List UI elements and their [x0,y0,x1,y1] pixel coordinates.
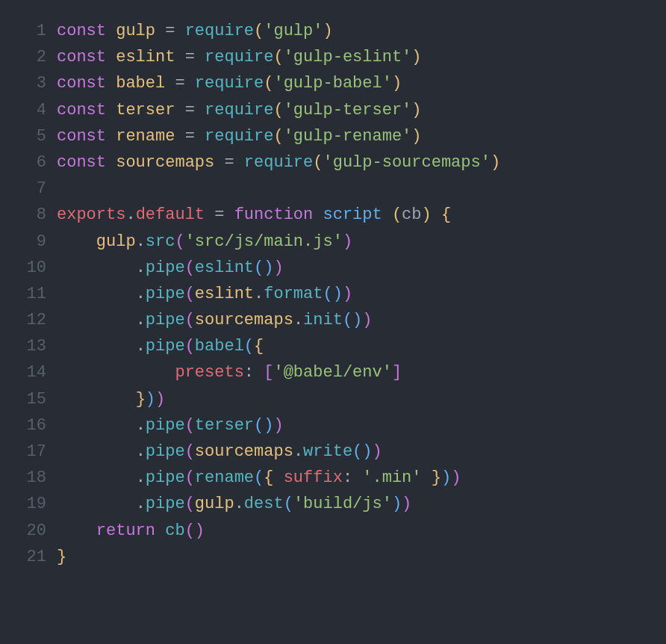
code-line: 11 .pipe(eslint.format()) [15,281,651,307]
code-line: 6const sourcemaps = require('gulp-source… [15,149,651,176]
line-number: 11 [15,281,57,307]
line-number: 7 [15,176,57,202]
line-number: 8 [15,202,57,228]
line-number: 2 [15,44,57,70]
code-content: .pipe(sourcemaps.init()) [57,307,651,333]
code-content: const sourcemaps = require('gulp-sourcem… [57,149,651,176]
line-number: 5 [15,123,57,149]
code-line: 15 })) [15,386,651,412]
line-number: 6 [15,149,57,176]
line-number: 19 [15,491,57,517]
line-number: 9 [15,229,57,255]
code-content: const eslint = require('gulp-eslint') [57,44,651,70]
code-line: 8exports.default = function script (cb) … [15,202,651,228]
line-number: 3 [15,70,57,96]
code-line: 3const babel = require('gulp-babel') [15,70,651,96]
code-content: .pipe(babel({ [57,333,651,359]
code-content: const gulp = require('gulp') [57,18,651,44]
code-content: const terser = require('gulp-terser') [57,97,651,123]
code-line: 19 .pipe(gulp.dest('build/js')) [15,491,651,517]
code-content: return cb() [57,518,651,544]
code-content: const rename = require('gulp-rename') [57,123,651,149]
code-content: .pipe(terser()) [57,412,651,439]
code-content: } [57,544,651,570]
line-number: 4 [15,97,57,123]
code-line: 2const eslint = require('gulp-eslint') [15,44,651,70]
line-number: 20 [15,518,57,544]
code-line: 16 .pipe(terser()) [15,412,651,439]
line-number: 10 [15,255,57,281]
code-content: const babel = require('gulp-babel') [57,70,651,96]
code-line: 10 .pipe(eslint()) [15,255,651,281]
line-number: 16 [15,412,57,439]
code-content: .pipe(gulp.dest('build/js')) [57,491,651,517]
code-editor: 1const gulp = require('gulp')2const esli… [15,18,651,570]
code-line: 21} [15,544,651,570]
line-number: 14 [15,359,57,386]
line-number: 1 [15,18,57,44]
line-number: 18 [15,465,57,491]
code-content: .pipe(eslint.format()) [57,281,651,307]
code-line: 18 .pipe(rename({ suffix: '.min' })) [15,465,651,491]
line-number: 12 [15,307,57,333]
line-number: 17 [15,439,57,465]
code-line: 12 .pipe(sourcemaps.init()) [15,307,651,333]
code-line: 4const terser = require('gulp-terser') [15,97,651,123]
code-line: 13 .pipe(babel({ [15,333,651,359]
code-content [57,176,651,202]
code-content: presets: ['@babel/env'] [57,359,651,386]
code-line: 14 presets: ['@babel/env'] [15,359,651,386]
code-content: exports.default = function script (cb) { [57,202,651,228]
code-line: 17 .pipe(sourcemaps.write()) [15,439,651,465]
code-content: gulp.src('src/js/main.js') [57,229,651,255]
code-line: 9 gulp.src('src/js/main.js') [15,229,651,255]
line-number: 21 [15,544,57,570]
code-content: .pipe(rename({ suffix: '.min' })) [57,465,651,491]
code-content: .pipe(sourcemaps.write()) [57,439,651,465]
code-content: })) [57,386,651,412]
code-line: 20 return cb() [15,518,651,544]
line-number: 13 [15,333,57,359]
code-line: 7 [15,176,651,202]
code-content: .pipe(eslint()) [57,255,651,281]
code-line: 5const rename = require('gulp-rename') [15,123,651,149]
line-number: 15 [15,386,57,412]
code-line: 1const gulp = require('gulp') [15,18,651,44]
